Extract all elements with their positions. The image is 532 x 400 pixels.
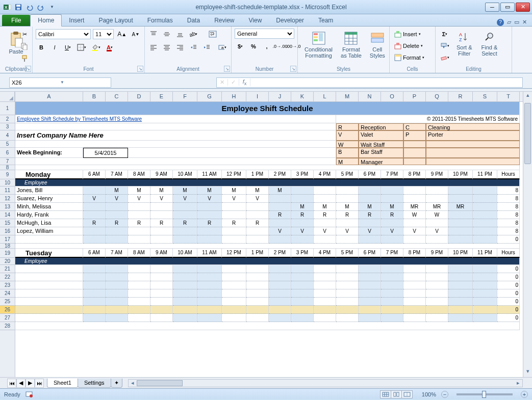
cell[interactable]: 1 PM bbox=[246, 249, 269, 258]
column-header[interactable]: D bbox=[128, 92, 150, 101]
cell[interactable] bbox=[336, 281, 359, 289]
cell[interactable] bbox=[269, 195, 291, 203]
cell[interactable]: R bbox=[222, 219, 246, 227]
cell[interactable] bbox=[473, 186, 497, 195]
cell[interactable] bbox=[314, 235, 336, 244]
cell[interactable]: M bbox=[336, 203, 359, 211]
zoom-slider-thumb[interactable] bbox=[482, 391, 486, 398]
cell[interactable] bbox=[269, 203, 291, 211]
cell[interactable] bbox=[222, 298, 246, 306]
cell[interactable]: Minh, Melissa bbox=[15, 203, 83, 211]
cell[interactable] bbox=[291, 281, 314, 289]
cell[interactable] bbox=[314, 273, 336, 281]
cell[interactable]: 8 AM bbox=[128, 249, 150, 258]
cell[interactable] bbox=[83, 265, 106, 273]
currency-button[interactable]: $▾ bbox=[235, 41, 246, 52]
cell[interactable] bbox=[426, 186, 448, 195]
decrease-indent-button[interactable] bbox=[188, 42, 199, 53]
cell[interactable] bbox=[473, 265, 497, 273]
cell[interactable] bbox=[359, 219, 381, 227]
cell[interactable] bbox=[150, 235, 173, 244]
cell[interactable] bbox=[269, 289, 291, 298]
cell[interactable] bbox=[246, 235, 269, 244]
cell[interactable] bbox=[314, 195, 336, 203]
cell[interactable] bbox=[291, 298, 314, 306]
cell[interactable]: Reception bbox=[359, 123, 403, 130]
cell[interactable] bbox=[359, 289, 381, 298]
cell[interactable]: V bbox=[314, 227, 336, 235]
cell[interactable] bbox=[473, 195, 497, 203]
cell[interactable] bbox=[197, 235, 222, 244]
cell[interactable] bbox=[359, 306, 381, 314]
cell[interactable] bbox=[426, 298, 448, 306]
cell[interactable] bbox=[403, 298, 426, 306]
cell[interactable]: W bbox=[336, 141, 359, 148]
conditional-formatting-button[interactable]: Conditional Formatting bbox=[301, 29, 336, 61]
cell[interactable] bbox=[246, 314, 269, 322]
row-header[interactable]: 8 bbox=[0, 165, 15, 170]
cell[interactable]: 4 PM bbox=[314, 249, 336, 258]
shrink-font-button[interactable]: A▼ bbox=[130, 29, 141, 40]
cut-button[interactable]: ✂ bbox=[19, 29, 30, 40]
cell[interactable] bbox=[448, 298, 473, 306]
row-header[interactable]: 2 bbox=[0, 115, 15, 123]
cell[interactable]: 5 PM bbox=[336, 249, 359, 258]
sheet-nav-prev[interactable]: ◀ bbox=[16, 379, 26, 388]
tab-home[interactable]: Home bbox=[30, 14, 62, 26]
row-header[interactable]: 27 bbox=[0, 314, 15, 322]
cell[interactable] bbox=[106, 289, 128, 298]
row-header[interactable]: 25 bbox=[0, 298, 15, 306]
cell[interactable] bbox=[359, 195, 381, 203]
page-layout-view-button[interactable] bbox=[391, 390, 402, 398]
cell[interactable]: 8 bbox=[497, 186, 520, 195]
cell[interactable] bbox=[448, 314, 473, 322]
cell[interactable] bbox=[222, 227, 246, 235]
number-format-select[interactable]: General bbox=[235, 29, 294, 39]
wrap-text-button[interactable] bbox=[207, 29, 218, 40]
cell[interactable] bbox=[128, 148, 336, 158]
cell[interactable] bbox=[83, 289, 106, 298]
row-header[interactable]: 17 bbox=[0, 235, 15, 244]
cell[interactable]: MR bbox=[426, 203, 448, 211]
cell[interactable] bbox=[448, 186, 473, 195]
sheet-tab-settings[interactable]: Settings bbox=[78, 379, 111, 388]
cell[interactable] bbox=[173, 281, 197, 289]
cell[interactable] bbox=[197, 289, 222, 298]
cell[interactable]: 6 AM bbox=[83, 170, 106, 179]
cell[interactable]: 5 PM bbox=[336, 170, 359, 179]
row-header[interactable]: 28 bbox=[0, 322, 15, 330]
font-size-select[interactable]: 11 bbox=[93, 29, 114, 39]
page-break-view-button[interactable] bbox=[401, 390, 413, 398]
cell[interactable]: R bbox=[106, 219, 128, 227]
align-bottom-button[interactable] bbox=[174, 29, 186, 40]
cell[interactable]: 8 bbox=[497, 195, 520, 203]
cell[interactable] bbox=[336, 298, 359, 306]
sheet-tab-sheet1[interactable]: Sheet1 bbox=[47, 379, 78, 388]
column-header[interactable]: S bbox=[473, 92, 497, 101]
cell[interactable]: R bbox=[359, 211, 381, 219]
cell[interactable] bbox=[173, 265, 197, 273]
scroll-thumb[interactable] bbox=[524, 103, 531, 164]
sheet-nav-last[interactable]: ⏭ bbox=[35, 379, 44, 388]
tab-team[interactable]: Team bbox=[311, 15, 340, 26]
new-sheet-button[interactable]: ✦ bbox=[111, 379, 122, 388]
cell[interactable] bbox=[269, 235, 291, 244]
merge-center-button[interactable]: a▾ bbox=[217, 42, 228, 53]
qat-dropdown-icon[interactable]: ▼ bbox=[47, 2, 57, 12]
cell[interactable] bbox=[15, 289, 83, 298]
sort-filter-button[interactable]: AZSort & Filter bbox=[453, 29, 476, 63]
cell[interactable] bbox=[448, 306, 473, 314]
close-workbook-icon[interactable]: ✕ bbox=[522, 19, 527, 26]
delete-cells-button[interactable]: Delete▾ bbox=[393, 40, 432, 51]
cell[interactable]: M bbox=[381, 203, 403, 211]
cell[interactable] bbox=[106, 306, 128, 314]
cell[interactable] bbox=[359, 314, 381, 322]
cell[interactable] bbox=[381, 273, 403, 281]
row-header[interactable]: 26 bbox=[0, 306, 15, 314]
cell[interactable]: M bbox=[128, 186, 150, 195]
italic-button[interactable]: I bbox=[49, 42, 60, 53]
row-header[interactable]: 11 bbox=[0, 186, 15, 195]
cell[interactable]: 9 AM bbox=[150, 170, 173, 179]
find-select-button[interactable]: Find & Select bbox=[478, 29, 501, 63]
cell[interactable] bbox=[83, 203, 106, 211]
